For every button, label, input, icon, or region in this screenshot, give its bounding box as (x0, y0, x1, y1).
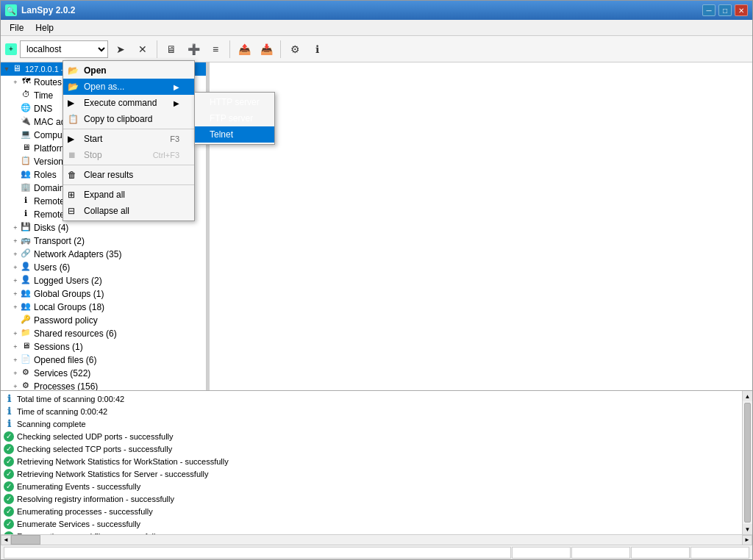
tree-icon-transport: 🚌 (20, 235, 32, 247)
tree-item-shared[interactable]: +📁Shared resources (6) (1, 327, 206, 340)
tree-toggle-services[interactable]: + (11, 370, 20, 377)
ctx-open-icon: 📂 (68, 65, 79, 76)
tree-item-localgroups[interactable]: +👥Local Groups (18) (1, 301, 206, 314)
ctx-open-as[interactable]: 📂 Open as... ▶ HTTP server FTP server Te… (63, 79, 194, 95)
hscroll-left-btn[interactable]: ◄ (1, 535, 11, 545)
tree-icon-sessions: 🖥 (20, 341, 32, 353)
settings-button[interactable]: ⚙ (285, 40, 304, 59)
hscroll-right-btn[interactable]: ► (742, 535, 752, 545)
tree-label-globalgroups: Global Groups (1) (34, 289, 104, 299)
tree-toggle-processes[interactable]: + (11, 383, 20, 390)
ctx-open[interactable]: 📂 Open (63, 62, 194, 79)
log-scrollbar[interactable]: ▲ ▼ (742, 391, 752, 534)
tree-icon-shared: 📁 (20, 328, 32, 340)
log-text-0: Total time of scanning 0:00:42 (17, 395, 124, 403)
scrollbar-down-btn[interactable]: ▼ (743, 524, 752, 534)
tree-item-loggedusers[interactable]: +👤Logged Users (2) (1, 274, 206, 287)
log-line-8: ✓Resolving registry information - succes… (4, 492, 739, 505)
log-line-0: ℹTotal time of scanning 0:00:42 (4, 392, 739, 405)
tree-toggle-root[interactable]: ▼ (2, 65, 11, 73)
tree-toggle-openedfiles[interactable]: + (11, 356, 20, 364)
status-pane-main (4, 547, 511, 559)
bottom-scrollbar-h[interactable]: ◄ ► (1, 534, 752, 545)
status-pane-2 (512, 547, 571, 559)
tree-toggle-localgroups[interactable]: + (11, 304, 20, 311)
tree-label-routes: Routes (34, 77, 62, 87)
hscroll-thumb[interactable] (11, 535, 40, 545)
tree-item-transport[interactable]: +🚌Transport (2) (1, 234, 206, 248)
menu-file[interactable]: File (4, 20, 29, 35)
app-icon: 🔍 (5, 4, 17, 16)
ctx-clear[interactable]: 🗑 Clear results (63, 167, 194, 183)
tree-item-openedfiles[interactable]: +📄Opened files (6) (1, 353, 206, 367)
ctx-sep1 (63, 129, 194, 129)
tree-item-globalgroups[interactable]: +👥Global Groups (1) (1, 287, 206, 301)
log-icon-5: ✓ (4, 456, 14, 467)
ctx-execute[interactable]: ▶ Execute command ▶ (63, 95, 194, 111)
tree-toggle-shared[interactable]: + (11, 330, 20, 337)
tree-icon-routes: 🗺 (20, 76, 32, 88)
log-text-4: Checking selected TCP ports - successful… (17, 445, 172, 453)
tree-toggle-sessions[interactable]: + (11, 343, 20, 351)
tree-item-processes[interactable]: +⚙Processes (156) (1, 380, 206, 390)
tree-toggle-loggedusers[interactable]: + (11, 277, 20, 284)
tree-toggle-globalgroups[interactable]: + (11, 290, 20, 298)
tree-toggle-disks[interactable]: + (11, 224, 20, 231)
ctx-collapse-icon: ⊟ (68, 206, 75, 216)
tree-toggle-netadapters[interactable]: + (11, 251, 20, 258)
menu-bar: File Help (1, 20, 752, 36)
tree-icon-dom: 🏢 (20, 182, 32, 194)
tree-icon-pwpolicy: 🔑 (20, 315, 32, 326)
status-pane-3 (571, 547, 630, 559)
tree-toggle-routes[interactable]: + (11, 79, 20, 86)
export-button[interactable]: 📤 (235, 40, 254, 59)
submenu-http[interactable]: HTTP server (195, 94, 274, 110)
ctx-execute-arrow: ▶ (174, 99, 179, 107)
list-button[interactable]: ≡ (206, 40, 225, 59)
tree-item-netadapters[interactable]: +🔗Network Adapters (35) (1, 248, 206, 261)
close-button[interactable]: ✕ (735, 4, 748, 16)
scan-button[interactable]: 🖥 (162, 40, 181, 59)
submenu-ftp[interactable]: FTP server (195, 110, 274, 126)
minimize-button[interactable]: ─ (702, 4, 715, 16)
title-bar-left: 🔍 LanSpy 2.0.2 (5, 4, 75, 16)
ctx-collapse-all[interactable]: ⊟ Collapse all (63, 203, 194, 219)
scrollbar-thumb[interactable] (744, 403, 751, 523)
tree-label-sessions: Sessions (1) (34, 342, 83, 352)
submenu-telnet[interactable]: Telnet (195, 126, 274, 143)
tree-item-pwpolicy[interactable]: 🔑Password policy (1, 314, 206, 327)
maximize-button[interactable]: □ (718, 4, 732, 16)
import-button[interactable]: 📥 (257, 40, 276, 59)
bottom-panel: ℹTotal time of scanning 0:00:42ℹTime of … (1, 390, 752, 545)
tree-item-sessions[interactable]: +🖥Sessions (1) (1, 340, 206, 353)
ctx-start[interactable]: ▶ Start F3 (63, 131, 194, 147)
toolbar-app-icon: + (5, 43, 17, 55)
add-button[interactable]: ➕ (184, 40, 203, 59)
ctx-copy-icon: 📋 (68, 114, 79, 124)
scrollbar-up-btn[interactable]: ▲ (743, 391, 752, 401)
tree-label-loggedusers: Logged Users (2) (34, 276, 102, 286)
log-icon-9: ✓ (4, 506, 14, 517)
ctx-copy[interactable]: 📋 Copy to clipboard (63, 111, 194, 127)
tree-item-users[interactable]: +👤Users (6) (1, 261, 206, 274)
tree-label-openedfiles: Opened files (6) (34, 355, 96, 365)
log-line-3: ✓Checking selected UDP ports - successfu… (4, 430, 739, 442)
tree-toggle-users[interactable]: + (11, 264, 20, 271)
menu-help[interactable]: Help (29, 20, 60, 35)
tree-icon-netadapters: 🔗 (20, 248, 32, 260)
tree-item-services[interactable]: +⚙Services (522) (1, 367, 206, 380)
stop-button[interactable]: ✕ (133, 40, 152, 59)
go-button[interactable]: ➤ (111, 40, 130, 59)
tree-label-pwpolicy: Password policy (34, 315, 98, 326)
ctx-stop: ⏹ Stop Ctrl+F3 (63, 147, 194, 163)
log-icon-1: ℹ (4, 406, 14, 417)
address-selector[interactable]: localhost (20, 40, 108, 58)
log-line-10: ✓Enumerate Services - successfully (4, 517, 739, 530)
log-text-1: Time of scanning 0:00:42 (17, 407, 107, 416)
tree-toggle-transport[interactable]: + (11, 237, 20, 245)
toolbar-sep2 (229, 40, 230, 58)
log-icon-10: ✓ (4, 519, 14, 529)
ctx-expand-all[interactable]: ⊞ Expand all (63, 187, 194, 203)
tree-item-disks[interactable]: +💾Disks (4) (1, 221, 206, 234)
info-button[interactable]: ℹ (307, 40, 326, 59)
